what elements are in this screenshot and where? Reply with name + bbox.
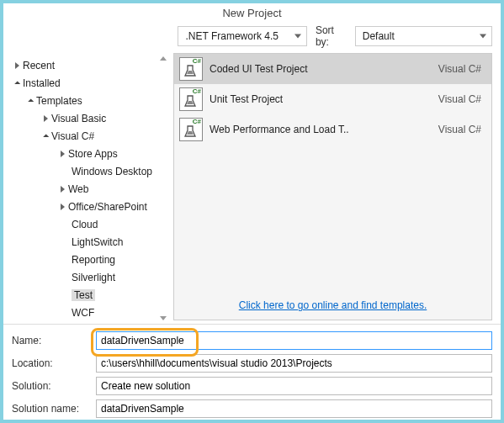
no-icon <box>61 291 68 299</box>
template-item-coded-ui[interactable]: Coded UI Test Project Visual C# <box>174 54 491 84</box>
nav-label: WCF <box>72 307 94 319</box>
window-title: New Project <box>3 3 501 24</box>
nav-installed[interactable]: Installed <box>10 74 167 92</box>
no-icon <box>61 256 68 263</box>
sidebar: Recent Installed Templates Visual Basic … <box>3 53 172 324</box>
sort-dropdown[interactable]: Default <box>355 26 492 46</box>
row-solution: Solution: <box>12 377 492 395</box>
template-name: Web Performance and Load T.. <box>210 124 438 135</box>
nav-label: Reporting <box>72 254 115 266</box>
no-icon <box>61 309 68 316</box>
no-icon <box>61 220 68 228</box>
name-input[interactable] <box>96 331 492 350</box>
chevron-down-icon <box>28 98 34 104</box>
chevron-right-icon <box>61 204 65 210</box>
nav-label: Visual C# <box>51 130 94 142</box>
row-name: Name: <box>12 331 492 350</box>
chevron-down-icon <box>43 134 49 140</box>
no-icon <box>61 273 68 281</box>
template-list: Coded UI Test Project Visual C# Unit Tes… <box>173 53 492 320</box>
location-input[interactable] <box>96 354 492 373</box>
nav-label: Store Apps <box>68 148 118 160</box>
chevron-right-icon <box>15 62 19 69</box>
nav-label: Windows Desktop <box>72 166 152 177</box>
framework-value: .NET Framework 4.5 <box>185 30 278 42</box>
toolbar: .NET Framework 4.5 Sort by: Default <box>3 24 501 53</box>
test-project-icon <box>179 87 203 111</box>
nav-windows-desktop[interactable]: Windows Desktop <box>10 162 167 180</box>
solution-name-field-wrap <box>96 399 492 418</box>
test-project-icon <box>179 118 203 141</box>
nav-visual-basic[interactable]: Visual Basic <box>10 109 167 127</box>
nav-label: Silverlight <box>72 272 115 283</box>
nav-silverlight[interactable]: Silverlight <box>10 268 167 286</box>
no-icon <box>61 238 68 246</box>
nav-label: Templates <box>36 95 82 107</box>
name-label: Name: <box>12 335 96 346</box>
nav-store-apps[interactable]: Store Apps <box>10 145 167 162</box>
row-location: Location: <box>12 354 492 373</box>
nav-label: Web <box>68 183 88 195</box>
solution-name-label: Solution name: <box>12 403 96 415</box>
row-solution-name: Solution name: <box>12 399 492 418</box>
nav-cloud[interactable]: Cloud <box>10 215 167 233</box>
template-name: Unit Test Project <box>210 93 438 105</box>
template-name: Coded UI Test Project <box>210 63 438 75</box>
sort-value: Default <box>363 30 395 42</box>
nav-label: Installed <box>23 77 61 89</box>
chevron-right-icon <box>44 115 48 122</box>
main-area: Recent Installed Templates Visual Basic … <box>3 53 501 324</box>
nav-label: LightSwitch <box>72 236 123 248</box>
chevron-down-icon <box>14 81 20 87</box>
solution-label: Solution: <box>12 380 96 392</box>
location-label: Location: <box>12 357 96 369</box>
nav-test[interactable]: Test <box>10 286 167 304</box>
online-link-container: Click here to go online and find templat… <box>174 293 491 320</box>
framework-dropdown[interactable]: .NET Framework 4.5 <box>178 26 306 46</box>
nav-lightswitch[interactable]: LightSwitch <box>10 233 167 251</box>
nav-label: Visual Basic <box>51 113 106 124</box>
no-icon <box>61 167 68 175</box>
location-field-wrap <box>96 354 492 373</box>
chevron-right-icon <box>61 151 65 157</box>
template-item-web-perf[interactable]: Web Performance and Load T.. Visual C# <box>174 114 491 145</box>
nav-web[interactable]: Web <box>10 180 167 198</box>
nav-office-sharepoint[interactable]: Office/SharePoint <box>10 198 167 215</box>
nav-visual-csharp[interactable]: Visual C# <box>10 127 167 145</box>
nav-label: Recent <box>23 60 55 71</box>
online-templates-link[interactable]: Click here to go online and find templat… <box>239 299 427 311</box>
chevron-right-icon <box>61 186 65 193</box>
sort-label: Sort by: <box>316 24 350 48</box>
solution-input[interactable] <box>96 377 492 395</box>
nav-recent[interactable]: Recent <box>10 56 167 74</box>
nav-label: Test <box>72 289 95 301</box>
solution-field-wrap <box>96 377 492 395</box>
sidebar-scrollbar[interactable] <box>157 53 169 324</box>
template-lang: Visual C# <box>438 63 481 75</box>
nav-label: Office/SharePoint <box>68 201 147 213</box>
template-lang: Visual C# <box>438 93 481 105</box>
template-item-unit-test[interactable]: Unit Test Project Visual C# <box>174 84 491 114</box>
name-field-wrap <box>96 331 492 350</box>
test-project-icon <box>179 57 203 81</box>
nav-templates[interactable]: Templates <box>10 92 167 109</box>
form-area: Name: Location: Solution: Solution name: <box>3 324 501 423</box>
template-lang: Visual C# <box>438 124 481 135</box>
nav-reporting[interactable]: Reporting <box>10 251 167 268</box>
solution-name-input[interactable] <box>96 399 492 418</box>
nav-label: Cloud <box>72 219 98 230</box>
nav-online[interactable]: Online <box>10 321 167 324</box>
nav-wcf[interactable]: WCF <box>10 304 167 321</box>
